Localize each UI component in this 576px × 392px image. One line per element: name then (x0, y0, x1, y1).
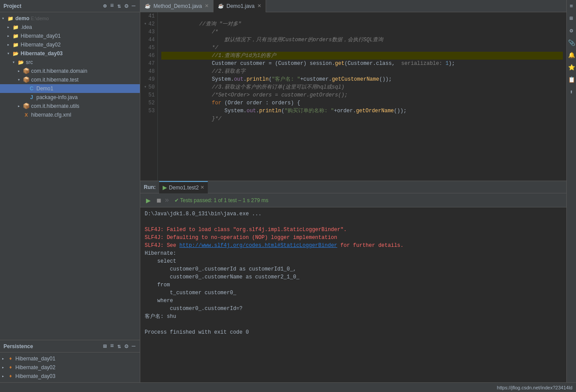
right-icon-6[interactable]: ⭐ (567, 63, 576, 72)
code-line-43: 默认情况下，只有当使用Customer的orders数据，会执行SQL查询 (161, 28, 563, 36)
output-line-path: D:\Java\jdk1.8.0_131\bin\java.exe ... (145, 210, 562, 218)
right-icon-8[interactable]: ⬆ (567, 88, 576, 96)
right-action-bar: ≡ ⊞ ⚙ 📎 🔔 ⭐ 📋 ⬆ (566, 0, 576, 382)
run-tab-label: Demo1.test2 (169, 185, 199, 191)
output-line-exit: Process finished with exit code 0 (145, 328, 562, 336)
tree-arrow-demo: ▾ (2, 16, 7, 21)
tab-label-method-demo1: Method_Demo1.java (153, 3, 202, 9)
tree-item-demo1[interactable]: ▸ C Demo1 (0, 84, 140, 93)
code-line-41: //查询 "一对多" (161, 12, 563, 20)
sync-icon[interactable]: ⊕ (102, 2, 107, 10)
run-status-text: Tests passed: 1 of 1 test – 1 s 279 ms (180, 197, 268, 203)
folder-open-icon-src: 📂 (18, 59, 25, 66)
tree-item-src[interactable]: ▾ 📂 src (0, 58, 140, 67)
project-panel-title: Project (4, 3, 21, 9)
persistence-icon2[interactable]: ≡ (109, 342, 114, 350)
package-icon-test: 📦 (23, 76, 30, 83)
tree-label-demo: demo E:\demo (15, 15, 49, 21)
tree-item-persist-hib03[interactable]: ▸ ♦ Hibernate_day03 (0, 372, 140, 381)
output-line-blank1 (145, 218, 562, 226)
tab-close-demo1[interactable]: ✕ (257, 3, 261, 9)
right-icon-3[interactable]: ⚙ (567, 26, 576, 35)
tree-arrow-persist-hib03: ▸ (2, 374, 7, 379)
folder-icon-demo: 📁 (7, 15, 14, 22)
tree-item-utils[interactable]: ▸ 📦 com.it.hibernate.utils (0, 102, 140, 110)
slf4j-link[interactable]: http://www.slf4j.org/codes.html#StaticLo… (179, 242, 337, 249)
tab-method-demo1[interactable]: ☕ Method_Demo1.java ✕ (140, 0, 213, 12)
tab-demo1[interactable]: ☕ Demo1.java ✕ (213, 0, 266, 12)
tree-arrow-domain: ▸ (18, 68, 23, 74)
sort-icon[interactable]: ⇅ (117, 2, 122, 10)
status-right: https://jflog.csdn.net/index?23414ld (497, 385, 572, 390)
tree-item-test[interactable]: ▾ 📦 com.it.hibernate.test (0, 75, 140, 84)
output-line-table: t_customer customer0_ (145, 289, 562, 297)
output-line-from: from (145, 281, 562, 289)
run-tab-close[interactable]: ✕ (200, 185, 204, 190)
tree-label-src: src (26, 59, 33, 65)
run-tab-icon: ▶ (163, 184, 167, 191)
hibernate-icon-01: ♦ (7, 355, 14, 362)
line-num-47: 47 (143, 60, 155, 68)
run-tab-bar: Run: ▶ Demo1.test2 ✕ (140, 181, 566, 193)
output-line-slf4j-3: SLF4J: See http://www.slf4j.org/codes.ht… (145, 242, 562, 249)
tab-label-demo1: Demo1.java (227, 3, 255, 9)
code-editor[interactable]: 41 ▾42 43 44 45 46 47 48 49 ▾50 51 52 (140, 12, 566, 181)
line-num-44: 44 (143, 36, 155, 44)
java-tab-icon-method: ☕ (145, 3, 151, 9)
java-icon-demo1: C (28, 85, 35, 92)
close-panel-icon[interactable]: — (131, 2, 136, 10)
persistence-icon1[interactable]: ⊞ (102, 342, 107, 350)
tree-item-package-info[interactable]: ▸ J package-info.java (0, 93, 140, 102)
editor-tab-bar: ☕ Method_Demo1.java ✕ ☕ Demo1.java ✕ (140, 0, 566, 12)
persistence-close-icon[interactable]: — (131, 342, 136, 350)
line-num-43: 43 (143, 28, 155, 36)
run-tab-demo1[interactable]: ▶ Demo1.test2 ✕ (159, 181, 208, 193)
tree-item-demo[interactable]: ▾ 📁 demo E:\demo (0, 14, 140, 23)
tree-item-hibernate-cfg[interactable]: ▸ X hibernate.cfg.xml (0, 110, 140, 119)
run-play-button[interactable]: ▶ (144, 196, 153, 205)
xml-icon-hib-cfg: X (23, 111, 30, 118)
tree-item-domain[interactable]: ▸ 📦 com.it.hibernate.domain (0, 67, 140, 75)
tree-arrow-package-info: ▸ (23, 95, 28, 100)
tree-label-domain: com.it.hibernate.domain (31, 68, 87, 74)
persistence-panel-header: Persistence ⊞ ≡ ⇅ ⚙ — (0, 340, 140, 353)
right-icon-7[interactable]: 📋 (567, 75, 576, 84)
line-num-48: 48 (143, 68, 155, 75)
tree-arrow-demo1: ▸ (23, 86, 28, 91)
tree-label-persist-hib01: Hibernate_day01 (15, 356, 55, 362)
right-icon-4[interactable]: 📎 (567, 39, 576, 47)
line-num-45: 45 (143, 44, 155, 52)
fold-marker-50[interactable]: ▾ (144, 83, 147, 91)
tree-arrow-hib03: ▾ (7, 51, 12, 56)
right-icon-2[interactable]: ⊞ (567, 14, 576, 23)
tree-item-persist-hib01[interactable]: ▸ ♦ Hibernate_day01 (0, 354, 140, 363)
sidebar: Project ⊕ ≡ ⇅ ⚙ — ▾ 📁 demo E:\demo (0, 0, 140, 382)
folder-icon-hib01: 📁 (12, 32, 19, 39)
tree-arrow-hib-cfg: ▸ (18, 112, 23, 118)
right-icon-1[interactable]: ≡ (567, 2, 576, 11)
run-output[interactable]: D:\Java\jdk1.8.0_131\bin\java.exe ... SL… (140, 207, 566, 382)
persistence-icon3[interactable]: ⇅ (117, 342, 122, 350)
run-stop-button[interactable]: ⏹ (154, 196, 163, 205)
tree-item-idea[interactable]: ▸ 📁 .idea (0, 23, 140, 32)
tree-arrow-utils: ▸ (18, 103, 23, 109)
code-content[interactable]: //查询 "一对多" /* 默认情况下，只有当使用Customer的orders… (158, 12, 566, 181)
tree-item-hib02[interactable]: ▸ 📁 Hibernate_day02 (0, 40, 140, 49)
layout-icon[interactable]: ≡ (109, 2, 114, 10)
tree-arrow-test: ▾ (18, 77, 23, 82)
output-line-blank2 (145, 321, 562, 328)
tree-item-persist-hib02[interactable]: ▸ ♦ Hibernate_day02 (0, 363, 140, 372)
tree-label-hib01: Hibernate_day01 (21, 33, 60, 39)
output-line-customer-name: 客户名: shu (145, 313, 562, 321)
fold-marker-42[interactable]: ▾ (144, 20, 147, 28)
tree-item-hib03[interactable]: ▾ 📂 Hibernate_day03 (0, 49, 140, 58)
output-line-col2: customer0_.customerName as customer2_1_0… (145, 273, 562, 281)
settings-icon[interactable]: ⚙ (124, 2, 129, 10)
project-tree: ▾ 📁 demo E:\demo ▸ 📁 .idea ▸ 📁 Hibernat (0, 12, 140, 340)
persistence-tree: ▸ ♦ Hibernate_day01 ▸ ♦ Hibernate_day02 … (0, 353, 140, 382)
right-icon-5[interactable]: 🔔 (567, 51, 576, 60)
persistence-settings-icon[interactable]: ⚙ (124, 342, 129, 350)
tree-item-hib01[interactable]: ▸ 📁 Hibernate_day01 (0, 32, 140, 40)
tab-close-method-demo1[interactable]: ✕ (205, 3, 209, 9)
run-separator: » (165, 196, 169, 204)
